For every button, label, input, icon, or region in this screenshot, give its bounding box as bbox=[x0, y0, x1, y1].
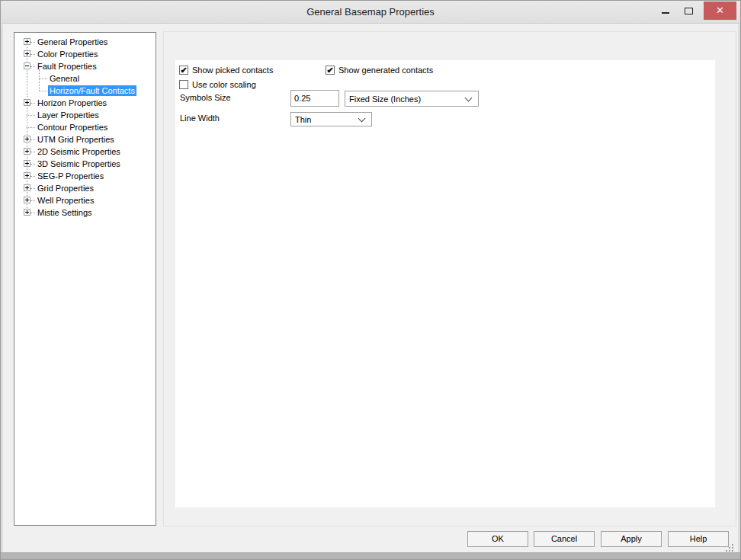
expand-plus-icon[interactable] bbox=[24, 184, 30, 191]
checkbox-icon[interactable]: ✔ bbox=[179, 66, 188, 75]
tree-item[interactable]: Color Properties bbox=[14, 48, 156, 60]
dropdown-selected-value: Thin bbox=[291, 115, 359, 124]
tree-item[interactable]: SEG-P Properties bbox=[14, 170, 156, 182]
window-title: General Basemap Properties bbox=[1, 1, 740, 24]
ok-button[interactable]: OK bbox=[467, 531, 528, 547]
tree-item-label: 3D Seismic Properties bbox=[36, 158, 122, 169]
minimize-icon bbox=[662, 12, 669, 14]
tree-item-label: Well Properties bbox=[36, 195, 95, 206]
tree-item[interactable]: 2D Seismic Properties bbox=[14, 146, 156, 158]
expand-plus-icon[interactable] bbox=[24, 99, 30, 106]
tree-connector bbox=[27, 127, 35, 128]
tree-item[interactable]: General Properties bbox=[14, 36, 156, 48]
tree-item[interactable]: Horizon Properties bbox=[14, 97, 156, 109]
properties-tree: General PropertiesColor PropertiesFault … bbox=[14, 32, 156, 526]
show-picked-contacts-checkbox[interactable]: ✔ Show picked contacts bbox=[179, 66, 273, 75]
tree-item-label: Layer Properties bbox=[36, 110, 101, 120]
close-icon: ✕ bbox=[716, 5, 724, 16]
tree-connector bbox=[30, 176, 35, 177]
tree-item-label: General bbox=[48, 73, 81, 84]
tree-connector bbox=[30, 54, 35, 55]
expand-plus-icon[interactable] bbox=[24, 209, 30, 216]
maximize-icon bbox=[685, 8, 693, 14]
tree-item-label: Color Properties bbox=[36, 49, 99, 59]
symbols-size-mode-dropdown[interactable]: Fixed Size (Inches) bbox=[345, 91, 479, 107]
tree-connector bbox=[30, 152, 35, 152]
tree-connector bbox=[39, 78, 47, 79]
settings-area: ✔ Show picked contacts ✔ Show generated … bbox=[175, 60, 715, 507]
minimize-button[interactable] bbox=[655, 1, 676, 21]
chevron-down-icon bbox=[465, 94, 473, 101]
maximize-button[interactable] bbox=[678, 1, 699, 21]
close-button[interactable]: ✕ bbox=[704, 2, 736, 20]
tree-item-label: SEG-P Properties bbox=[36, 171, 105, 181]
resize-grip-icon[interactable] bbox=[726, 544, 735, 553]
window-frame-left bbox=[1, 24, 3, 552]
tree-connector bbox=[39, 91, 47, 91]
expand-plus-icon[interactable] bbox=[24, 136, 30, 142]
checkbox-label: Show generated contacts bbox=[338, 66, 433, 75]
window-frame-right bbox=[738, 24, 740, 552]
dialog-window: General Basemap Properties ✕ General Pro… bbox=[0, 0, 741, 560]
line-width-label: Line Width bbox=[180, 114, 220, 123]
tree-item[interactable]: Well Properties bbox=[14, 194, 156, 206]
tree-connector bbox=[30, 188, 35, 189]
line-width-dropdown[interactable]: Thin bbox=[290, 112, 372, 126]
tree-item-label: Horizon Properties bbox=[36, 98, 108, 108]
expand-plus-icon[interactable] bbox=[24, 148, 30, 155]
symbols-size-input[interactable] bbox=[290, 90, 339, 107]
expand-plus-icon[interactable] bbox=[24, 38, 30, 45]
expand-plus-icon[interactable] bbox=[24, 172, 30, 179]
expand-plus-icon[interactable] bbox=[24, 50, 30, 57]
collapse-minus-icon[interactable] bbox=[24, 62, 30, 69]
tree-item[interactable]: Fault Properties bbox=[14, 60, 156, 72]
tree-connector bbox=[30, 139, 35, 140]
tree-connector bbox=[27, 115, 35, 116]
tree-connector bbox=[30, 42, 35, 43]
tree-item-label: Grid Properties bbox=[36, 183, 95, 194]
apply-button[interactable]: Apply bbox=[601, 531, 662, 547]
checkbox-icon[interactable] bbox=[179, 80, 188, 89]
tree-connector bbox=[30, 164, 35, 165]
checkbox-label: Show picked contacts bbox=[192, 66, 273, 75]
tree-item[interactable]: 3D Seismic Properties bbox=[14, 158, 156, 170]
tree-connector bbox=[30, 103, 35, 104]
tree-item-label: 2D Seismic Properties bbox=[36, 146, 122, 157]
chevron-down-icon bbox=[358, 114, 366, 122]
tree-connector bbox=[30, 213, 35, 213]
window-frame-bottom bbox=[1, 552, 740, 559]
tree-item-label: Mistie Settings bbox=[36, 207, 94, 218]
checkbox-icon[interactable]: ✔ bbox=[326, 66, 335, 75]
tree-item-label: Contour Properties bbox=[36, 122, 109, 133]
tree-item[interactable]: Contour Properties bbox=[14, 121, 156, 133]
dropdown-selected-value: Fixed Size (Inches) bbox=[345, 94, 466, 104]
expand-plus-icon[interactable] bbox=[24, 197, 30, 203]
tree-item[interactable]: Layer Properties bbox=[14, 109, 156, 121]
tree-item[interactable]: Grid Properties bbox=[14, 182, 156, 194]
tree-item-label: General Properties bbox=[36, 37, 109, 47]
tree-item[interactable]: General bbox=[14, 72, 156, 85]
show-generated-contacts-checkbox[interactable]: ✔ Show generated contacts bbox=[326, 66, 433, 75]
tree-item[interactable]: Mistie Settings bbox=[14, 206, 156, 219]
help-button[interactable]: Help bbox=[668, 531, 729, 547]
tree-item[interactable]: Horizon/Fault Contacts bbox=[14, 85, 156, 97]
tree-item-label: Horizon/Fault Contacts bbox=[48, 85, 136, 96]
tree-connector bbox=[30, 66, 35, 67]
symbols-size-label: Symbols Size bbox=[180, 93, 231, 102]
checkbox-label: Use color scaling bbox=[192, 80, 256, 89]
tree-item[interactable]: UTM Grid Properties bbox=[14, 133, 156, 146]
tree-item-label: Fault Properties bbox=[36, 61, 98, 72]
use-color-scaling-checkbox[interactable]: Use color scaling bbox=[179, 80, 256, 89]
tree-item-label: UTM Grid Properties bbox=[36, 134, 116, 145]
expand-plus-icon[interactable] bbox=[24, 160, 30, 167]
cancel-button[interactable]: Cancel bbox=[534, 531, 595, 547]
tree-connector bbox=[30, 200, 35, 201]
titlebar[interactable]: General Basemap Properties ✕ bbox=[1, 1, 740, 24]
